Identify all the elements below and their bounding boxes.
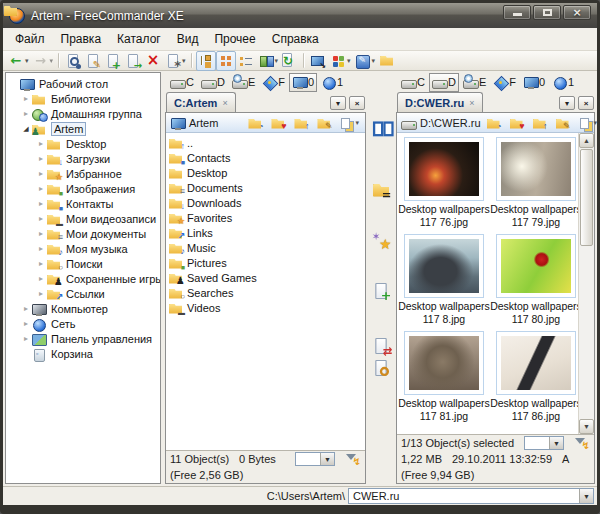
toolbar-button[interactable]: ▾ (328, 51, 353, 71)
toolbar-button[interactable]: ▾ (256, 51, 281, 71)
tree-item[interactable]: Мои документы (6, 226, 160, 241)
expander-icon[interactable] (21, 334, 31, 343)
file-row[interactable]: Documents (168, 180, 363, 195)
toolbar-button[interactable]: ▾ (63, 51, 83, 71)
drive-button[interactable]: E (229, 73, 258, 92)
file-row[interactable]: Videos (168, 300, 363, 315)
tree-item[interactable]: Artem (6, 121, 160, 136)
scrollbar-thumb[interactable] (580, 149, 593, 246)
menu-item[interactable]: Правка (53, 30, 110, 48)
file-row[interactable]: Favorites (168, 210, 363, 225)
file-thumbnail[interactable]: Desktop wallpapers 117 81.jpg (398, 331, 490, 423)
menu-item[interactable]: Каталог (109, 30, 169, 48)
toolbar-button[interactable]: ▾ (6, 51, 31, 71)
toolbar-button[interactable]: ▾ (191, 53, 193, 68)
dropdown-caret-icon[interactable]: ▾ (594, 119, 598, 127)
center-toolbar-button[interactable] (370, 280, 392, 302)
dropdown-caret-icon[interactable]: ▾ (275, 57, 279, 65)
tree-item[interactable]: Сохраненные игры (6, 271, 160, 286)
drive-button[interactable]: C (398, 73, 428, 92)
path-tool-button[interactable]: ▾ (314, 113, 333, 133)
tree-item[interactable]: Корзина (6, 346, 160, 361)
path-tool-button[interactable]: ▾ (553, 113, 572, 133)
drive-button[interactable]: 1 (549, 73, 577, 92)
expander-icon[interactable] (36, 244, 46, 253)
file-row[interactable]: Links (168, 225, 363, 240)
close-button[interactable]: × (563, 5, 591, 20)
drive-button[interactable]: F (259, 73, 288, 92)
scroll-down-icon[interactable]: ▼ (579, 419, 594, 434)
vertical-scrollbar[interactable]: ▲ ▼ (578, 133, 594, 434)
dropdown-caret-icon[interactable]: ▾ (347, 57, 351, 65)
tab-list-button[interactable]: ▾ (330, 96, 346, 110)
center-toolbar-button[interactable] (370, 180, 392, 202)
expander-icon[interactable] (36, 289, 46, 298)
filter-combo[interactable]: ▼ (295, 452, 335, 466)
tab-close-icon[interactable]: × (469, 98, 474, 108)
center-toolbar-button[interactable] (370, 357, 392, 379)
toolbar-button[interactable]: ▾ (143, 51, 163, 71)
dropdown-caret-icon[interactable]: ▾ (25, 57, 29, 65)
tree-item[interactable]: Изображения (6, 181, 160, 196)
drive-button[interactable]: 0 (289, 73, 317, 92)
tree-item[interactable]: Компьютер (6, 301, 160, 316)
tree-item[interactable]: Моя музыка (6, 241, 160, 256)
filter-icon[interactable] (574, 436, 590, 450)
tree-item[interactable]: Домашняя группа (6, 106, 160, 121)
menu-item[interactable]: Файл (7, 30, 53, 48)
tree-item[interactable]: Мои видеозаписи (6, 211, 160, 226)
path-tool-button[interactable]: ▾ (291, 113, 310, 133)
scrollbar-track[interactable] (579, 247, 594, 419)
maximize-button[interactable] (533, 5, 561, 20)
title-bar[interactable]: Artem - FreeCommander XE × (3, 3, 597, 28)
scroll-up-icon[interactable]: ▲ (579, 133, 594, 148)
combo-arrow-icon[interactable]: ▼ (549, 437, 563, 449)
toolbar-button[interactable]: ▾ (31, 51, 56, 71)
drive-button[interactable]: D (429, 73, 459, 92)
expander-icon[interactable] (21, 319, 31, 328)
expander-icon[interactable] (36, 229, 46, 238)
path-tool-button[interactable]: ▾ (245, 113, 264, 133)
toolbar-button[interactable]: ▾ (303, 53, 305, 68)
file-thumbnail[interactable]: Desktop wallpapers 117 79.jpg (490, 137, 578, 229)
tree-item[interactable]: Избранное (6, 166, 160, 181)
expander-icon[interactable] (36, 274, 46, 283)
file-row[interactable]: Saved Games (168, 270, 363, 285)
dropdown-caret-icon[interactable]: ▾ (50, 57, 54, 65)
file-thumbnail[interactable]: Desktop wallpapers 117 80.jpg (490, 234, 578, 326)
drive-button[interactable]: F (490, 73, 519, 92)
file-row[interactable]: Searches (168, 285, 363, 300)
toolbar-button[interactable]: ▾ (58, 53, 60, 68)
center-toolbar-button[interactable] (370, 115, 392, 137)
file-thumbnail[interactable]: Desktop wallpapers 117 8.jpg (398, 234, 490, 326)
path-tool-button[interactable]: ▾ (484, 113, 503, 133)
combo-arrow-icon[interactable]: ▼ (320, 453, 334, 465)
expander-icon[interactable] (36, 259, 46, 268)
path-tool-button[interactable]: ▾ (530, 113, 549, 133)
file-row[interactable]: Contacts (168, 150, 363, 165)
expander-icon[interactable] (21, 124, 31, 133)
expander-icon[interactable] (36, 169, 46, 178)
expander-icon[interactable] (36, 199, 46, 208)
file-row[interactable]: Desktop (168, 165, 363, 180)
tree-item[interactable]: Сеть (6, 316, 160, 331)
menu-item[interactable]: Прочее (206, 30, 263, 48)
file-thumbnail[interactable]: Desktop wallpapers 117 86.jpg (490, 331, 578, 423)
toolbar-button[interactable]: ▾ (83, 51, 103, 71)
toolbar-button[interactable]: ▾ (236, 51, 256, 71)
expander-icon[interactable] (21, 109, 31, 118)
drive-button[interactable]: C (167, 73, 197, 92)
tree-item[interactable]: Панель управления (6, 331, 160, 346)
tree-item[interactable]: Библиотеки (6, 91, 160, 106)
toolbar-button[interactable]: ▾ (353, 51, 378, 71)
tab-bar-close-button[interactable]: × (349, 96, 365, 110)
expander-icon[interactable] (36, 214, 46, 223)
path-tool-button[interactable]: ▾ (576, 113, 600, 133)
center-toolbar-button[interactable] (370, 335, 392, 357)
tab-close-icon[interactable]: × (222, 98, 227, 108)
expander-icon[interactable] (36, 154, 46, 163)
path-tool-button[interactable]: ▾ (507, 113, 526, 133)
file-row[interactable]: Downloads (168, 195, 363, 210)
dropdown-caret-icon[interactable]: ▾ (355, 119, 359, 127)
drive-button[interactable]: 1 (318, 73, 346, 92)
